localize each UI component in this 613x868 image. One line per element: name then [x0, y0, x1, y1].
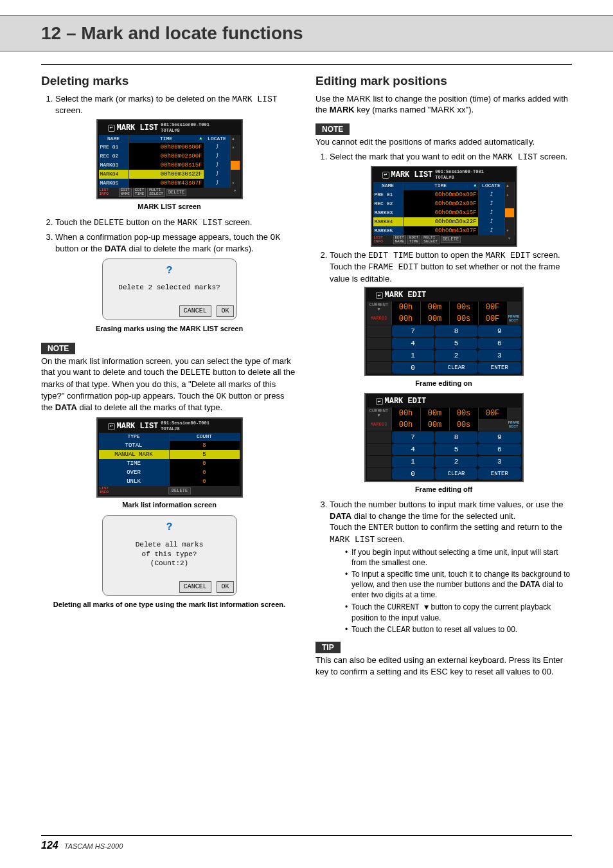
mark-time[interactable]: 00h00m00s00F	[404, 190, 479, 199]
keypad-3[interactable]: 3	[478, 456, 520, 467]
edit-time-button[interactable]: EDIT TIME	[407, 235, 420, 244]
mark-row[interactable]: MARK0500h00m43s07F⤴▾	[99, 179, 240, 188]
edit-name-button[interactable]: EDIT NAME	[119, 188, 132, 197]
col-locate[interactable]: LOCATE	[204, 135, 231, 143]
frame-edit-button[interactable]: FRAME EDIT	[507, 313, 521, 325]
minutes-cell[interactable]: 00m	[420, 313, 449, 325]
delete-button[interactable]: DELETE	[168, 487, 191, 494]
current-button[interactable]: CURRENT▼	[367, 408, 391, 419]
back-icon[interactable]: ↩	[376, 292, 383, 299]
locate-icon[interactable]: ⤴	[479, 208, 505, 217]
type-cell[interactable]: TOTAL	[99, 441, 170, 450]
scroll-top-cap[interactable]: ▵	[231, 135, 240, 143]
keypad-6[interactable]: 6	[478, 444, 520, 455]
list-info-button[interactable]: LIST INFO	[99, 188, 118, 197]
keypad-8[interactable]: 8	[435, 431, 477, 443]
info-row[interactable]: MANUAL MARK5	[99, 450, 240, 459]
scrollbar-segment[interactable]: ▴	[505, 190, 515, 199]
col-time[interactable]: TIME▲	[129, 135, 204, 143]
keypad-4[interactable]: 4	[392, 338, 434, 349]
keypad-0[interactable]: 0	[392, 468, 434, 480]
mark-row[interactable]: REC 0200h00m02s00F⤴	[99, 152, 240, 161]
keypad-3[interactable]: 3	[478, 350, 520, 361]
scroll-top-cap[interactable]: ▵	[505, 182, 515, 190]
mark-row[interactable]: MARK0300h00m08s15F⤴	[373, 208, 515, 217]
keypad-2[interactable]: 2	[435, 456, 477, 467]
type-cell[interactable]: MANUAL MARK	[99, 450, 170, 459]
scrollbar-segment[interactable]: ▴	[231, 143, 240, 152]
info-row[interactable]: OVER0	[99, 468, 240, 477]
mark-row[interactable]: MARK0500h00m43s07F⤴▾	[373, 226, 515, 235]
mark-row[interactable]: MARK0300h00m08s15F⤴	[99, 161, 240, 170]
delete-button[interactable]: DELETE	[166, 189, 186, 196]
mark-time[interactable]: 00h00m43s07F	[129, 179, 204, 188]
hours-cell[interactable]: 00h	[391, 313, 420, 325]
info-row[interactable]: UNLK0	[99, 477, 240, 486]
locate-icon[interactable]: ⤴	[204, 179, 231, 188]
edit-time-button[interactable]: EDIT TIME	[133, 188, 146, 197]
seconds-cell[interactable]: 00s	[449, 419, 478, 431]
mark-time[interactable]: 00h00m30s22F	[129, 170, 204, 179]
scrollbar-segment[interactable]: ▾	[231, 179, 240, 188]
back-icon[interactable]: ↩	[108, 125, 115, 132]
keypad-7[interactable]: 7	[392, 325, 434, 337]
hours-cell[interactable]: 00h	[391, 419, 420, 431]
ok-button[interactable]: OK	[217, 305, 233, 317]
cancel-button[interactable]: CANCEL	[179, 581, 211, 593]
mark-name[interactable]: MARK03	[99, 161, 129, 170]
mark-row[interactable]: PRE 0100h00m00s00F⤴▴	[373, 190, 515, 199]
delete-button[interactable]: DELETE	[441, 236, 461, 243]
back-icon[interactable]: ↩	[382, 172, 389, 179]
keypad-8[interactable]: 8	[435, 325, 477, 337]
type-cell[interactable]: OVER	[99, 468, 170, 477]
cancel-button[interactable]: CANCEL	[179, 305, 211, 317]
scrollbar-segment[interactable]	[505, 208, 515, 217]
locate-icon[interactable]: ⤴	[479, 217, 505, 226]
mark-name[interactable]: MARK05	[99, 179, 129, 188]
mark-row[interactable]: PRE 0100h00m00s00F⤴▴	[99, 143, 240, 152]
mark-row[interactable]: MARK0400h00m30s22F⤴	[99, 170, 240, 179]
mark-name[interactable]: REC 02	[373, 199, 404, 208]
keypad-0[interactable]: 0	[392, 362, 434, 374]
minutes-cell[interactable]: 00m	[420, 419, 449, 431]
mark-time[interactable]: 00h00m43s07F	[404, 226, 479, 235]
keypad-9[interactable]: 9	[478, 325, 520, 337]
mark-time[interactable]: 00h00m02s00F	[129, 152, 204, 161]
seconds-cell[interactable]: 00s	[449, 313, 478, 325]
mark-row[interactable]: MARK0400h00m30s22F⤴	[373, 217, 515, 226]
mark-name[interactable]: MARK04	[99, 170, 129, 179]
keypad-5[interactable]: 5	[435, 444, 477, 455]
mark-name[interactable]: PRE 01	[373, 190, 404, 199]
mark-name[interactable]: MARK03	[373, 208, 404, 217]
scrollbar-segment[interactable]: ▾	[505, 226, 515, 235]
multi-select-button[interactable]: MULTI SELECT	[147, 188, 165, 197]
back-icon[interactable]: ↩	[108, 423, 115, 430]
keypad-1[interactable]: 1	[392, 456, 434, 467]
mark-row[interactable]: REC 0200h00m02s00F⤴	[373, 199, 515, 208]
frame-edit-button[interactable]: FRAME EDIT	[507, 419, 521, 431]
mark-name[interactable]: PRE 01	[99, 143, 129, 152]
mark-name[interactable]: REC 02	[99, 152, 129, 161]
mark-time[interactable]: 00h00m00s00F	[129, 143, 204, 152]
mark-name[interactable]: MARK05	[373, 226, 404, 235]
scroll-bottom-cap[interactable]: ▿	[234, 188, 240, 196]
type-cell[interactable]: UNLK	[99, 477, 170, 486]
keypad-enter[interactable]: ENTER	[478, 468, 520, 480]
locate-icon[interactable]: ⤴	[204, 170, 231, 179]
keypad-enter[interactable]: ENTER	[478, 362, 520, 374]
mark-time[interactable]: 00h00m08s15F	[404, 208, 479, 217]
keypad-2[interactable]: 2	[435, 350, 477, 361]
scrollbar-segment[interactable]	[505, 199, 515, 208]
keypad-7[interactable]: 7	[392, 431, 434, 443]
mark-time[interactable]: 00h00m08s15F	[129, 161, 204, 170]
ok-button[interactable]: OK	[217, 581, 233, 593]
mark-time[interactable]: 00h00m30s22F	[404, 217, 479, 226]
info-row[interactable]: TIME0	[99, 459, 240, 468]
current-button[interactable]: CURRENT▼	[367, 302, 391, 313]
col-name[interactable]: NAME	[99, 135, 129, 143]
multi-select-button[interactable]: MULTI SELECT	[422, 235, 440, 244]
scrollbar-segment[interactable]	[231, 170, 240, 179]
mark-time[interactable]: 00h00m02s00F	[404, 199, 479, 208]
keypad-clear[interactable]: CLEAR	[435, 362, 477, 374]
col-type[interactable]: TYPE	[99, 433, 170, 441]
